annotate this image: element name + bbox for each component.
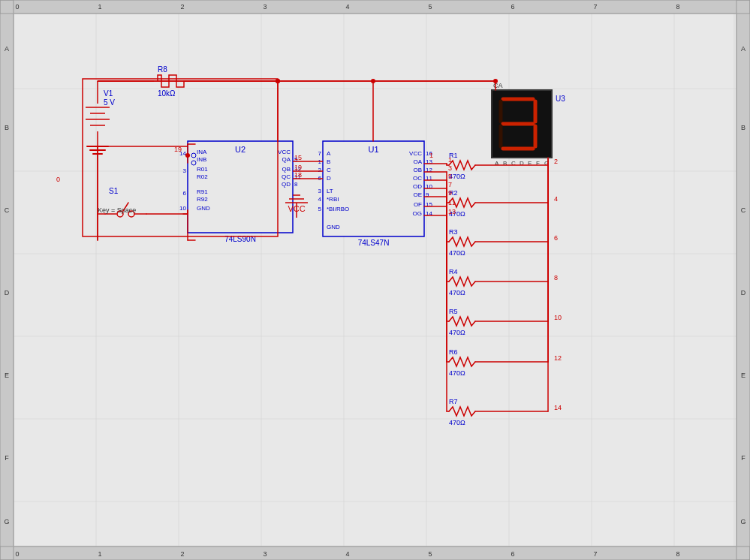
schematic-canvas [0,0,750,560]
circuit-diagram [0,0,750,560]
